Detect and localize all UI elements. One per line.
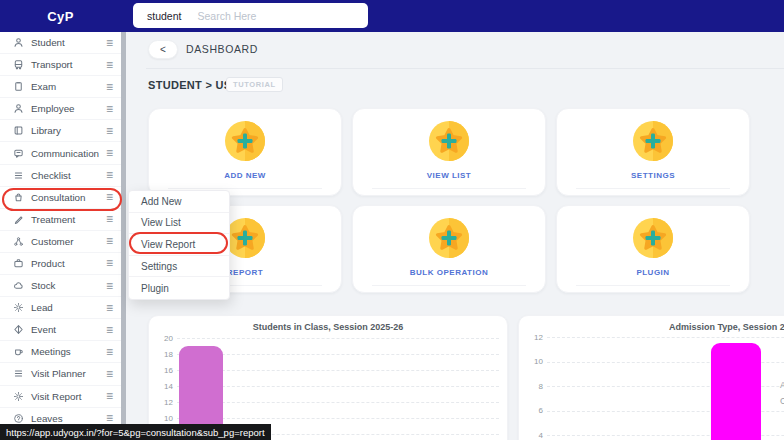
sidebar-item-student[interactable]: Student ≡ bbox=[0, 32, 121, 54]
bus-icon bbox=[13, 59, 24, 70]
y-axis-tick: 14 bbox=[153, 382, 173, 391]
sun-icon bbox=[13, 302, 24, 313]
y-axis-tick: 10 bbox=[153, 414, 173, 423]
user-icon bbox=[13, 37, 24, 48]
gridline bbox=[177, 402, 499, 403]
chat-icon bbox=[13, 148, 24, 159]
hamburger-icon[interactable]: ≡ bbox=[106, 125, 113, 137]
bar-chart-admission-type: 1210864AO bbox=[519, 316, 784, 440]
y-axis-tick: 4 bbox=[523, 431, 543, 440]
card-settings[interactable]: SETTINGS bbox=[556, 108, 750, 196]
hamburger-icon[interactable]: ≡ bbox=[106, 103, 113, 115]
app-window: CyP student Student ≡ Transport ≡ Exam ≡… bbox=[0, 0, 784, 440]
star-plus-icon bbox=[630, 118, 676, 164]
sidebar-item-transport[interactable]: Transport ≡ bbox=[0, 54, 121, 76]
sidebar-item-event[interactable]: Event ≡ bbox=[0, 319, 121, 341]
top-navbar: CyP student bbox=[0, 0, 784, 32]
search-bar[interactable]: student bbox=[133, 3, 368, 28]
hamburger-icon[interactable]: ≡ bbox=[106, 59, 113, 71]
pen-icon bbox=[13, 214, 24, 225]
chart-card-admission-type: Admission Type, Session 2025-26 1210864A… bbox=[518, 315, 784, 440]
y-axis-tick: 20 bbox=[153, 334, 173, 343]
clipped-edge-text: O bbox=[780, 396, 784, 406]
card-view-list[interactable]: VIEW LIST bbox=[352, 108, 546, 196]
star-plus-icon bbox=[222, 118, 268, 164]
card-plugin[interactable]: PLUGIN bbox=[556, 205, 750, 293]
network-icon bbox=[13, 236, 24, 247]
hamburger-icon[interactable]: ≡ bbox=[106, 235, 113, 247]
book-icon bbox=[13, 125, 24, 136]
hamburger-icon[interactable]: ≡ bbox=[106, 37, 113, 49]
sidebar-item-meetings[interactable]: Meetings ≡ bbox=[0, 341, 121, 363]
hamburger-icon[interactable]: ≡ bbox=[106, 81, 113, 93]
document-icon bbox=[13, 81, 24, 92]
menu-item-settings[interactable]: Settings bbox=[129, 256, 229, 278]
hamburger-icon[interactable]: ≡ bbox=[106, 368, 113, 380]
cloud-icon bbox=[13, 280, 24, 291]
sidebar-item-lead[interactable]: Lead ≡ bbox=[0, 297, 121, 319]
coffee-cup-icon bbox=[13, 346, 24, 357]
bar-chart-students-in-class: 2018161412108 bbox=[149, 316, 507, 440]
hamburger-icon[interactable]: ≡ bbox=[106, 412, 113, 424]
chart-bar bbox=[711, 343, 761, 440]
hamburger-icon[interactable]: ≡ bbox=[106, 191, 113, 203]
search-input[interactable] bbox=[195, 9, 368, 23]
sidebar: Student ≡ Transport ≡ Exam ≡ Employee ≡ … bbox=[0, 32, 121, 440]
hamburger-icon[interactable]: ≡ bbox=[106, 346, 113, 358]
sun-icon bbox=[13, 391, 24, 402]
divider bbox=[146, 68, 784, 69]
hamburger-icon[interactable]: ≡ bbox=[106, 169, 113, 181]
user-icon bbox=[13, 103, 24, 114]
gridline bbox=[177, 354, 499, 355]
sidebar-item-employee[interactable]: Employee ≡ bbox=[0, 98, 121, 120]
sidebar-item-visit-planner[interactable]: Visit Planner ≡ bbox=[0, 363, 121, 385]
list-icon bbox=[13, 170, 24, 181]
sidebar-item-treatment[interactable]: Treatment ≡ bbox=[0, 209, 121, 231]
sidebar-item-stock[interactable]: Stock ≡ bbox=[0, 275, 121, 297]
hamburger-icon[interactable]: ≡ bbox=[106, 302, 113, 314]
y-axis-tick: 12 bbox=[523, 333, 543, 342]
consultation-context-menu: Add New View List View Report Settings P… bbox=[128, 190, 230, 300]
gridline bbox=[547, 337, 784, 338]
star-plus-icon bbox=[426, 118, 472, 164]
sidebar-item-library[interactable]: Library ≡ bbox=[0, 120, 121, 142]
page-title: DASHBOARD bbox=[186, 43, 258, 55]
hamburger-icon[interactable]: ≡ bbox=[106, 213, 113, 225]
card-bulk-operation[interactable]: BULK OPERATION bbox=[352, 205, 546, 293]
bag-icon bbox=[13, 192, 24, 203]
browser-status-url: https://app.udyogx.in/?for=5&pg=consulta… bbox=[0, 424, 271, 440]
y-axis-tick: 16 bbox=[153, 366, 173, 375]
sidebar-item-customer[interactable]: Customer ≡ bbox=[0, 231, 121, 253]
hamburger-icon[interactable]: ≡ bbox=[106, 280, 113, 292]
sidebar-item-checklist[interactable]: Checklist ≡ bbox=[0, 165, 121, 187]
search-category-select[interactable]: student bbox=[133, 10, 195, 22]
sidebar-item-visit-report[interactable]: Visit Report ≡ bbox=[0, 386, 121, 408]
menu-item-view-report[interactable]: View Report bbox=[129, 234, 229, 256]
back-button[interactable]: < bbox=[148, 40, 178, 59]
diamond-icon bbox=[13, 324, 24, 335]
hamburger-icon[interactable]: ≡ bbox=[106, 324, 113, 336]
menu-item-plugin[interactable]: Plugin bbox=[129, 277, 229, 299]
sidebar-item-exam[interactable]: Exam ≡ bbox=[0, 76, 121, 98]
y-axis-tick: 8 bbox=[523, 382, 543, 391]
tutorial-badge[interactable]: TUTORIAL bbox=[226, 77, 283, 92]
card-add-new[interactable]: ADD NEW bbox=[148, 108, 342, 196]
chart-card-students-in-class: Students in Class, Session 2025-26 20181… bbox=[148, 315, 508, 440]
hamburger-icon[interactable]: ≡ bbox=[106, 257, 113, 269]
sidebar-scrollbar[interactable] bbox=[121, 32, 126, 440]
hamburger-icon[interactable]: ≡ bbox=[106, 390, 113, 402]
y-axis-tick: 10 bbox=[523, 357, 543, 366]
sidebar-item-product[interactable]: Product ≡ bbox=[0, 253, 121, 275]
clipped-edge-text: A bbox=[780, 380, 784, 390]
y-axis-tick: 12 bbox=[153, 398, 173, 407]
menu-item-add-new[interactable]: Add New bbox=[129, 191, 229, 213]
sidebar-item-communication[interactable]: Communication ≡ bbox=[0, 142, 121, 164]
sidebar-item-consultation[interactable]: Consultation ≡ bbox=[0, 187, 121, 209]
menu-item-view-list[interactable]: View List bbox=[129, 213, 229, 235]
hamburger-icon[interactable]: ≡ bbox=[106, 147, 113, 159]
star-plus-icon bbox=[630, 215, 676, 261]
chevron-left-icon: < bbox=[160, 44, 166, 55]
list-icon bbox=[13, 368, 24, 379]
gridline bbox=[177, 370, 499, 371]
gridline bbox=[177, 418, 499, 419]
